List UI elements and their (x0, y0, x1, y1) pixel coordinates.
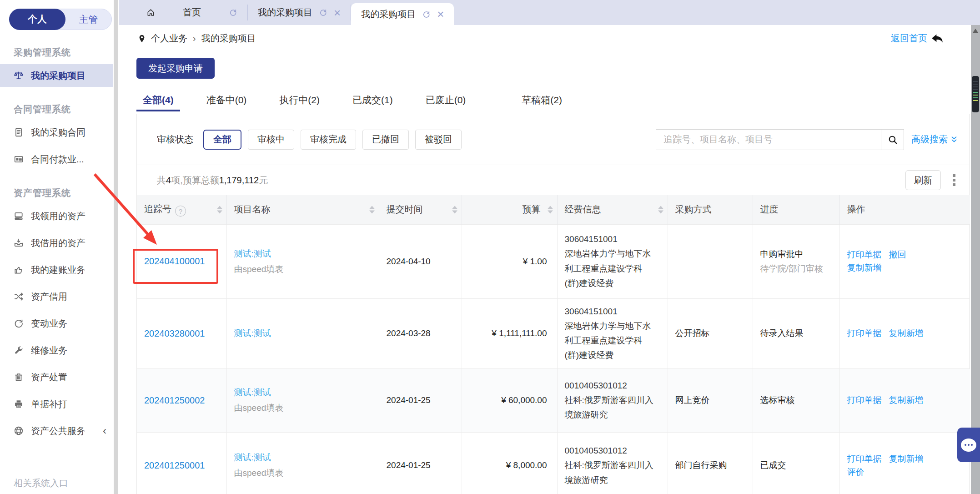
sidebar-item[interactable]: 维修业务 (0, 339, 113, 362)
sidebar-item[interactable]: 单据补打 (0, 393, 113, 415)
breadcrumb-item[interactable]: 个人业务 (151, 32, 187, 45)
role-toggle: 个人 主管 (9, 9, 112, 30)
row-action-link[interactable]: 打印单据 (847, 394, 882, 406)
back-home-link[interactable]: 返回首页 (891, 32, 944, 45)
scrollbar-up-arrow[interactable] (973, 29, 978, 33)
project-name-link[interactable]: 测试:测试 (234, 452, 372, 464)
status-tab[interactable]: 全部(4) (136, 89, 180, 111)
sidebar-item[interactable]: 资产公共服务‹ (0, 419, 113, 442)
tracking-number-link[interactable]: 202401250001 (144, 460, 205, 470)
scrollbar-thumb[interactable] (972, 76, 979, 112)
tab[interactable]: 我的采购项目× (248, 0, 351, 25)
project-name-link[interactable]: 测试:测试 (234, 248, 372, 260)
summary-row: 共4项,预算总额1,179,112元 刷新 (137, 165, 969, 195)
refresh-button[interactable]: 刷新 (905, 170, 941, 190)
search-button[interactable] (881, 130, 904, 150)
tab-close-icon[interactable]: × (437, 8, 444, 20)
row-action-link[interactable]: 打印单据 (847, 453, 882, 465)
summary-part: 1,179,112 (219, 175, 259, 185)
sidebar-item[interactable]: 我的建账业务 (0, 258, 113, 281)
column-header[interactable]: 追踪号? (137, 195, 226, 224)
page-scrollbar[interactable] (971, 25, 980, 494)
status-tab[interactable]: 已成交(1) (346, 89, 399, 111)
toggle-personal[interactable]: 个人 (9, 9, 65, 30)
row-action-link[interactable]: 复制新增 (847, 262, 882, 274)
filter-option-button[interactable]: 被驳回 (415, 130, 462, 150)
projects-table: 追踪号?项目名称提交时间预算经费信息采购方式进度操作 202404100001测… (137, 195, 970, 494)
tab-close-icon[interactable]: × (334, 7, 341, 19)
tracking-number-link[interactable]: 202403280001 (144, 328, 205, 338)
tab[interactable]: 首页 (136, 0, 247, 25)
column-header[interactable]: 提交时间 (379, 195, 462, 224)
purchase-method: 部门自行采购 (668, 432, 753, 494)
column-header[interactable]: 经费信息 (557, 195, 668, 224)
status-tab[interactable]: 准备中(0) (200, 89, 253, 111)
help-icon[interactable]: ? (175, 206, 186, 217)
back-home-label: 返回首页 (891, 32, 927, 45)
back-arrow-icon (931, 33, 944, 44)
tab-refresh-icon[interactable] (422, 10, 431, 19)
progress-substatus: 待学院/部门审核 (760, 263, 832, 275)
toggle-manager[interactable]: 主管 (65, 13, 111, 26)
project-name-link[interactable]: 测试:测试 (234, 387, 372, 398)
project-name-link[interactable]: 测试:测试 (234, 328, 372, 339)
column-header[interactable]: 项目名称 (226, 195, 379, 224)
budget-value: ¥ 8,000.00 (462, 432, 557, 494)
row-action-link[interactable]: 撤回 (889, 249, 906, 261)
tracking-number-link[interactable]: 202401250002 (144, 395, 205, 405)
app-window: 个人 主管 采购管理系统我的采购项目合同管理系统我的采购合同合同付款业...资产… (0, 0, 980, 494)
sidebar-item-label: 合同付款业... (31, 153, 84, 166)
sidebar-item[interactable]: 我的采购合同 (0, 121, 113, 144)
sidebar-item[interactable]: 我领用的资产 (0, 205, 113, 227)
sidebar-item[interactable]: 我的采购项目 (0, 64, 113, 87)
table-header-row: 追踪号?项目名称提交时间预算经费信息采购方式进度操作 (137, 195, 970, 224)
sidebar-item[interactable]: 我借用的资产 (0, 232, 113, 254)
filter-option-button[interactable]: 审核中 (248, 130, 294, 150)
column-label: 操作 (847, 204, 865, 214)
sort-icon[interactable] (369, 206, 375, 213)
filter-option-button[interactable]: 已撤回 (362, 130, 409, 150)
submit-date: 2024-01-25 (379, 432, 462, 494)
sort-icon[interactable] (658, 206, 663, 213)
filter-buttons: 全部审核中审核完成已撤回被驳回 (203, 130, 468, 150)
inbox-icon (14, 238, 24, 248)
tracking-number-link[interactable]: 202404100001 (144, 256, 205, 266)
table-row: 202404100001测试:测试由speed填表2024-04-10¥ 1.0… (137, 224, 970, 298)
filter-option-button[interactable]: 全部 (203, 130, 241, 150)
row-action-link[interactable]: 打印单据 (847, 328, 882, 339)
filter-option-button[interactable]: 审核完成 (301, 130, 356, 150)
column-label: 追踪号 (144, 204, 171, 214)
progress-status: 选标审核 (760, 394, 832, 406)
breadcrumb-item[interactable]: 我的采购项目 (201, 32, 256, 45)
column-label: 提交时间 (387, 204, 423, 214)
status-tab[interactable]: 执行中(2) (273, 89, 326, 111)
column-label: 经费信息 (565, 204, 601, 214)
advanced-search-link[interactable]: 高级搜索 (911, 133, 958, 146)
row-action-link[interactable]: 复制新增 (889, 453, 924, 465)
search-input[interactable] (656, 134, 881, 145)
column-header[interactable]: 预算 (462, 195, 557, 224)
sidebar-scrollbar[interactable] (114, 0, 118, 494)
row-action-link[interactable]: 打印单据 (847, 249, 882, 261)
sort-icon[interactable] (548, 206, 553, 213)
row-action-link[interactable]: 复制新增 (889, 394, 924, 406)
new-request-button[interactable]: 发起采购申请 (136, 58, 215, 79)
budget-value: ¥ 1.00 (462, 224, 557, 298)
column-label: 项目名称 (234, 204, 271, 214)
chat-widget-button[interactable] (957, 428, 980, 462)
tab-refresh-icon[interactable] (319, 8, 327, 17)
tab-refresh-icon[interactable] (229, 8, 237, 17)
more-options-icon[interactable] (953, 174, 955, 186)
sidebar-item[interactable]: 变动业务 (0, 312, 113, 335)
row-action-link[interactable]: 评价 (847, 466, 864, 478)
sidebar-item[interactable]: 资产借用 (0, 285, 113, 308)
sort-icon[interactable] (217, 206, 222, 213)
sidebar-item[interactable]: 合同付款业... (0, 148, 113, 171)
status-tab[interactable]: 草稿箱(2) (515, 89, 568, 111)
row-action-link[interactable]: 复制新增 (889, 328, 924, 339)
status-tab[interactable]: 已废止(0) (419, 89, 472, 111)
chevron-left-icon[interactable]: ‹ (103, 425, 106, 436)
sort-icon[interactable] (452, 206, 457, 213)
sidebar-item[interactable]: 资产处置 (0, 366, 113, 388)
tab-active[interactable]: 我的采购项目× (351, 3, 454, 25)
